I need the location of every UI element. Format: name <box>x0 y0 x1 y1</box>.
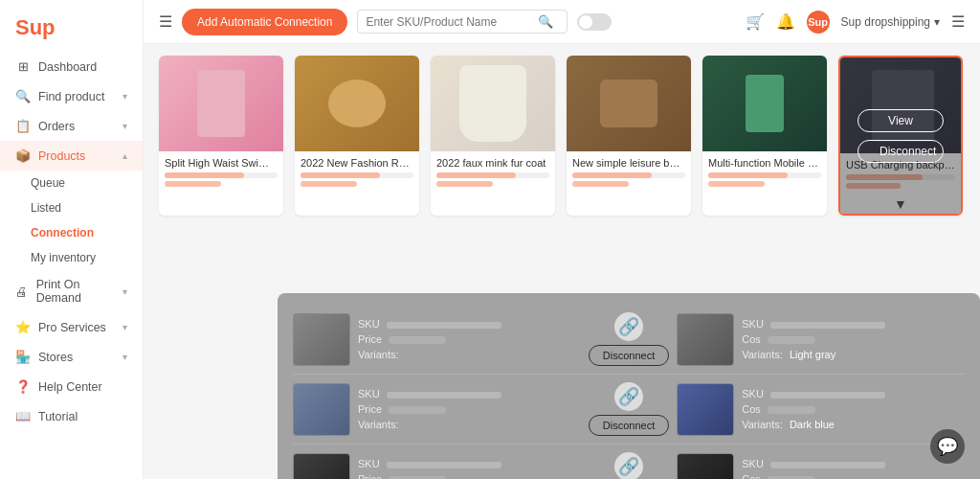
row-1-content: SKU Price Variants: 🔗 <box>293 312 965 366</box>
row-3-mid: 🔗 Disconnect <box>589 452 669 479</box>
chevron-up-icon: ▴ <box>122 150 127 161</box>
logo: Sup <box>0 8 143 52</box>
sku-right-label-3: SKU <box>742 458 965 469</box>
sidebar-item-find-product[interactable]: 🔍 Find product ▾ <box>0 81 143 111</box>
product-grid: Split High Waist Swimsuit... 2022 New Fa… <box>144 44 980 227</box>
product-card-2[interactable]: 2022 New Fashion Rose Rin... <box>295 56 419 216</box>
cost-val-2 <box>768 406 815 414</box>
sidebar-item-label: Tutorial <box>38 410 78 423</box>
price-label: Price <box>358 333 581 345</box>
cart-icon[interactable]: 🛒 <box>746 12 765 31</box>
sku-bar-2 <box>387 392 501 399</box>
sidebar-item-tutorial[interactable]: 📖 Tutorial <box>0 401 143 431</box>
product-card-5[interactable]: Multi-function Mobile Pho... <box>702 56 827 216</box>
sku-bar-right-3 <box>770 462 885 468</box>
product-card-4[interactable]: New simple leisure bags <box>567 56 691 216</box>
sidebar-item-label: Find product <box>38 90 104 103</box>
price-label-3: Price <box>358 473 581 479</box>
conn-thumb-1-left <box>293 313 350 366</box>
connection-row-3: SKU Price Variants: 🔗 <box>293 445 965 479</box>
price-val-2 <box>389 406 446 414</box>
sidebar-item-pro-services[interactable]: ⭐ Pro Services ▾ <box>0 312 143 342</box>
chevron-down-icon: ▾ <box>122 121 127 131</box>
sku-label-2: SKU <box>358 388 581 399</box>
search-box: 🔍 <box>357 10 568 34</box>
product-info-5: Multi-function Mobile Pho... <box>702 151 827 193</box>
sidebar-item-label: Orders <box>38 120 75 133</box>
search-input[interactable] <box>366 15 538 29</box>
sidebar: Sup ⊞ Dashboard 🔍 Find product ▾ 📋 Order… <box>0 0 144 479</box>
sidebar-item-label: Stores <box>38 351 73 364</box>
conn-info-1-left: SKU Price Variants: <box>358 318 581 360</box>
conn-info-2-left: SKU Price Variants: <box>358 388 581 430</box>
find-product-icon: 🔍 <box>15 89 31 103</box>
chevron-down-icon: ▾ <box>122 91 127 102</box>
product-card-1[interactable]: Split High Waist Swimsuit... <box>159 56 283 216</box>
row-3-left: SKU Price Variants: <box>293 452 581 479</box>
sidebar-sub-item-queue[interactable]: Queue <box>0 171 143 195</box>
menu-icon[interactable]: ☰ <box>951 12 965 31</box>
product-name-3: 2022 faux mink fur coat <box>436 157 549 169</box>
orders-icon: 📋 <box>15 119 31 133</box>
row-1-mid: 🔗 Disconnect <box>589 312 669 366</box>
stores-icon: 🏪 <box>15 350 31 364</box>
product-image-1 <box>159 56 283 151</box>
sidebar-item-dashboard[interactable]: ⊞ Dashboard <box>0 52 143 81</box>
product-info-4: New simple leisure bags <box>567 151 691 193</box>
sku-bar <box>387 322 501 329</box>
disconnect-button-2[interactable]: Disconnect <box>589 415 669 436</box>
row-3-content: SKU Price Variants: 🔗 <box>293 452 965 479</box>
chevron-down-icon: ▾ <box>934 15 940 29</box>
link-icon-2: 🔗 <box>614 382 643 411</box>
row-1-right: SKU Cos Variants: Light gray <box>677 312 965 366</box>
product-name-4: New simple leisure bags <box>572 157 685 169</box>
product-name-1: Split High Waist Swimsuit... <box>165 157 278 169</box>
product-image-4 <box>567 56 691 151</box>
chat-bubble[interactable]: 💬 <box>930 429 965 464</box>
extra-bar-2 <box>301 181 357 187</box>
sidebar-item-help-center[interactable]: ❓ Help Center <box>0 372 143 401</box>
chevron-down-icon: ▾ <box>122 286 127 297</box>
sidebar-sub-label: Connection <box>31 226 94 240</box>
cost-val <box>768 336 815 344</box>
view-button[interactable]: View <box>858 109 944 132</box>
disconnect-button-1[interactable]: Disconnect <box>589 345 669 366</box>
bell-icon[interactable]: 🔔 <box>776 12 795 31</box>
sidebar-sub-item-listed[interactable]: Listed <box>0 195 143 220</box>
sidebar-item-products[interactable]: 📦 Products ▴ <box>0 141 143 171</box>
help-icon: ❓ <box>15 379 31 394</box>
sidebar-item-label: Products <box>38 149 85 163</box>
tutorial-icon: 📖 <box>15 409 31 423</box>
sidebar-item-label: Print On Demand <box>36 278 115 305</box>
add-automatic-connection-button[interactable]: Add Automatic Connection <box>182 9 347 35</box>
extra-bar-5 <box>708 181 765 187</box>
product-card-6[interactable]: View Disconnect USB Charging backpack...… <box>838 56 963 216</box>
topbar-right: 🛒 🔔 Sup Sup dropshipping ▾ ☰ <box>746 11 965 34</box>
sku-label-3: SKU <box>358 458 581 469</box>
user-dropdown[interactable]: Sup dropshipping ▾ <box>841 15 940 29</box>
link-icon-3: 🔗 <box>614 452 643 479</box>
sku-bar-3 <box>387 462 501 468</box>
extra-bar-3 <box>436 181 493 187</box>
extra-bar-1 <box>165 181 221 187</box>
sidebar-sub-item-my-inventory[interactable]: My inventory <box>0 245 143 270</box>
sidebar-item-label: Pro Services <box>38 321 106 334</box>
sidebar-sub-item-connection[interactable]: Connection <box>0 220 143 245</box>
conn-right-info-2: SKU Cos Variants: Dark blue <box>742 388 965 430</box>
row-1-left: SKU Price Variants: <box>293 312 581 366</box>
conn-thumb-3-right <box>677 453 734 480</box>
variants-right-2: Variants: Dark blue <box>742 419 965 430</box>
overlay-disconnect-button[interactable]: Disconnect <box>858 140 944 163</box>
toggle-switch[interactable] <box>577 13 612 31</box>
variants-label: Variants: <box>358 349 581 360</box>
cost-right-label: Cos <box>742 333 965 345</box>
sidebar-item-orders[interactable]: 📋 Orders ▾ <box>0 111 143 141</box>
conn-right-info-3: SKU Cos Variants: Black <box>742 458 965 479</box>
product-card-3[interactable]: 2022 faux mink fur coat <box>431 56 555 216</box>
cost-right-label-3: Cos <box>742 473 965 479</box>
product-info-2: 2022 New Fashion Rose Rin... <box>295 151 419 193</box>
sidebar-item-print-on-demand[interactable]: 🖨 Print On Demand ▾ <box>0 270 143 312</box>
product-name-2: 2022 New Fashion Rose Rin... <box>301 157 413 169</box>
sidebar-item-stores[interactable]: 🏪 Stores ▾ <box>0 342 143 372</box>
hamburger-icon[interactable]: ☰ <box>159 12 172 31</box>
